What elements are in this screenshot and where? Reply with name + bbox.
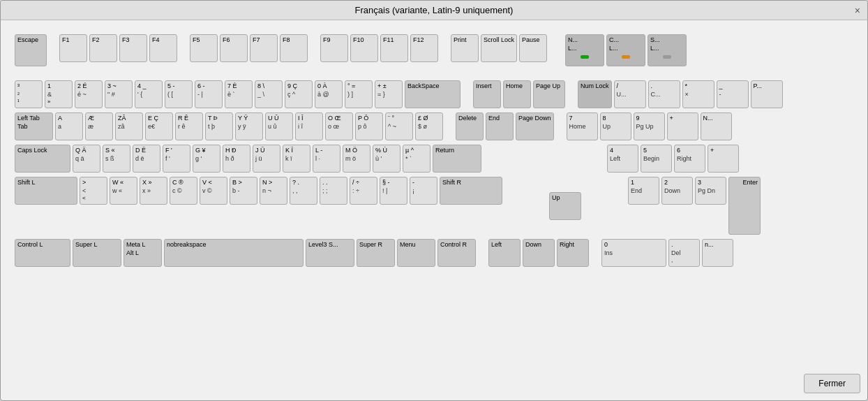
key-f[interactable]: F ' f ' <box>163 145 190 173</box>
key-e[interactable]: ZÂ zâ <box>115 112 143 140</box>
key-f6[interactable]: F6 <box>220 34 248 62</box>
key-num-5[interactable]: 5 Begin <box>641 145 672 173</box>
key-num-star[interactable]: * × <box>682 80 714 108</box>
key-2[interactable]: 2 É é ~ <box>75 80 103 108</box>
key-f11[interactable]: F11 <box>380 34 408 62</box>
key-num-8[interactable]: 8 Up <box>600 112 631 140</box>
key-num-p-top[interactable]: P... <box>751 80 783 108</box>
key-escape[interactable]: Escape <box>15 34 47 66</box>
key-super-r[interactable]: Super R <box>357 239 395 267</box>
key-t[interactable]: R Ê r ê <box>175 112 203 140</box>
key-shift-r-mid[interactable]: § - ! | <box>380 177 407 205</box>
key-n[interactable]: N > n ¬ <box>260 177 287 205</box>
key-num-1[interactable]: 1 End <box>628 177 659 205</box>
key-num-0[interactable]: 0 Ins <box>601 239 666 267</box>
key-tilde[interactable]: µ ^ * ` <box>403 145 431 173</box>
key-i[interactable]: U Û u û <box>265 112 293 140</box>
key-o[interactable]: I Î i î <box>295 112 323 140</box>
key-num-minus[interactable]: _ - <box>717 80 749 108</box>
key-shift-r[interactable]: Shift R <box>440 177 502 205</box>
key-period[interactable]: . . ; ; <box>320 177 347 205</box>
key-ctrl-l[interactable]: Control L <box>15 239 70 267</box>
key-7[interactable]: 7 È è ` <box>225 80 253 108</box>
key-num-n-bot[interactable]: n... <box>702 239 733 267</box>
key-superscript[interactable]: ³ ² ¹ <box>15 80 43 108</box>
key-up[interactable]: Up <box>549 192 581 220</box>
key-down[interactable]: Down <box>523 239 555 267</box>
key-pageup[interactable]: Page Up <box>533 80 565 108</box>
key-scroll-lock[interactable]: Scroll Lock <box>481 34 517 62</box>
key-p[interactable]: O Œ o œ <box>325 112 353 140</box>
key-num-plus2[interactable]: + <box>708 145 739 173</box>
key-f4[interactable]: F4 <box>149 34 177 62</box>
key-k[interactable]: K Ï k ï <box>283 145 310 173</box>
key-f9[interactable]: F9 <box>320 34 348 62</box>
fermer-button[interactable]: Fermer <box>804 374 860 393</box>
key-menu[interactable]: Menu <box>397 239 435 267</box>
key-h[interactable]: H Ð h ð <box>223 145 250 173</box>
key-4[interactable]: 4 _ ' { <box>135 80 163 108</box>
key-space[interactable]: nobreakspace <box>164 239 304 267</box>
key-3[interactable]: 3 ~ " # <box>105 80 133 108</box>
key-semicolon[interactable]: M Ö m ö <box>343 145 371 173</box>
key-f12[interactable]: F12 <box>410 34 438 62</box>
key-6[interactable]: 6 - - | <box>195 80 223 108</box>
key-num-2[interactable]: 2 Down <box>661 177 693 205</box>
key-end[interactable]: End <box>486 112 514 140</box>
key-shift-r-mid2[interactable]: - ¡ <box>410 177 437 205</box>
key-meta-l[interactable]: Meta L Alt L <box>124 239 162 267</box>
key-num-enter[interactable]: Enter <box>728 177 761 235</box>
key-j[interactable]: J Ü j ü <box>253 145 280 173</box>
key-numlock[interactable]: Num Lock <box>578 80 612 108</box>
key-5[interactable]: 5 - ( [ <box>165 80 193 108</box>
key-f10[interactable]: F10 <box>350 34 378 62</box>
key-degree[interactable]: ° = ) ] <box>345 80 373 108</box>
key-level3[interactable]: Level3 S... <box>306 239 354 267</box>
key-print[interactable]: Print <box>451 34 479 62</box>
key-right[interactable]: Right <box>557 239 589 267</box>
key-r[interactable]: E Ç e€ <box>145 112 173 140</box>
key-q[interactable]: Q Ä q ä <box>73 145 100 173</box>
key-num-3[interactable]: 3 Pg Dn <box>695 177 726 205</box>
key-num-plus[interactable]: + <box>667 112 698 140</box>
key-b[interactable]: B > b - <box>230 177 257 205</box>
key-y[interactable]: T Þ t þ <box>205 112 233 140</box>
key-f7[interactable]: F7 <box>250 34 278 62</box>
key-l[interactable]: L - l · <box>313 145 341 173</box>
key-pagedown[interactable]: Page Down <box>516 112 554 140</box>
key-f2[interactable]: F2 <box>89 34 117 62</box>
key-f1[interactable]: F1 <box>59 34 87 62</box>
key-slash[interactable]: / ÷ : ÷ <box>350 177 377 205</box>
key-shift-l[interactable]: Shift L <box>15 177 77 205</box>
key-bracket-l[interactable]: P Ô p ô <box>355 112 383 140</box>
key-num-n-top[interactable]: N... <box>701 112 732 140</box>
key-9[interactable]: 9 Ç ç ^ <box>285 80 313 108</box>
key-num-9[interactable]: 9 Pg Up <box>634 112 665 140</box>
key-d[interactable]: D Ë d ë <box>133 145 160 173</box>
key-f3[interactable]: F3 <box>119 34 147 62</box>
key-a[interactable]: A a <box>55 112 83 140</box>
key-w[interactable]: W « w « <box>110 177 137 205</box>
key-insert[interactable]: Insert <box>473 80 501 108</box>
key-plus[interactable]: + ± = } <box>375 80 403 108</box>
key-left[interactable]: Left <box>488 239 521 267</box>
key-g[interactable]: G ¥ g ' <box>193 145 220 173</box>
key-8[interactable]: 8 \ _ \ <box>255 80 283 108</box>
key-z[interactable]: Æ æ <box>85 112 113 140</box>
key-num-4[interactable]: 4 Left <box>607 145 638 173</box>
key-super-l[interactable]: Super L <box>73 239 121 267</box>
key-comma[interactable]: ? . , , <box>290 177 317 205</box>
key-home[interactable]: Home <box>503 80 531 108</box>
key-num-dot-top[interactable]: . C... <box>648 80 680 108</box>
key-1[interactable]: 1 & » <box>45 80 73 108</box>
key-s[interactable]: S « s ß <box>103 145 130 173</box>
key-ctrl-r[interactable]: Control R <box>437 239 476 267</box>
key-u[interactable]: Y Ÿ y ÿ <box>235 112 263 140</box>
key-num-7[interactable]: 7 Home <box>567 112 598 140</box>
key-c[interactable]: C ® c © <box>170 177 197 205</box>
key-f5[interactable]: F5 <box>190 34 218 62</box>
key-bracket-r[interactable]: ¨ ° ^ ~ <box>385 112 413 140</box>
key-delete[interactable]: Delete <box>456 112 484 140</box>
key-num-decimal[interactable]: . Del , <box>668 239 700 267</box>
key-pause[interactable]: Pause <box>519 34 547 62</box>
